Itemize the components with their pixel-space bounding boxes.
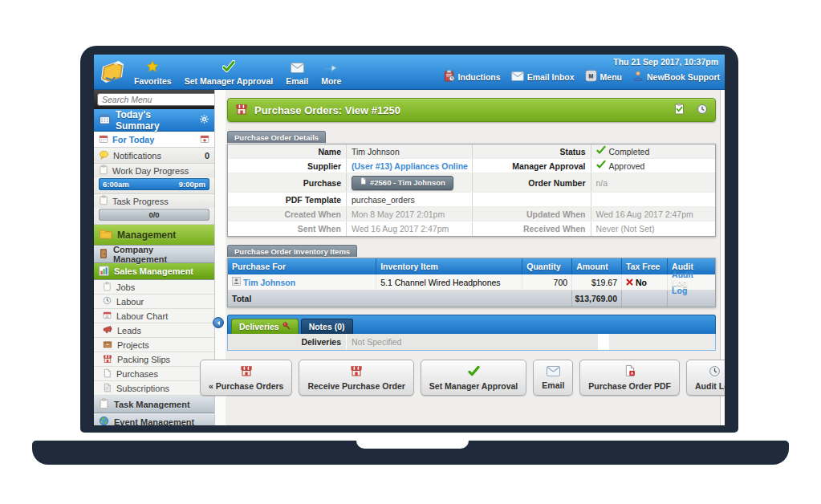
newbook-logo-icon[interactable] [98,57,128,91]
bar-chart-icon [99,266,109,278]
total-amount: $13,769.00 [572,291,622,307]
inventory-amount: $19.67 [572,274,622,290]
box-icon [103,339,112,350]
search-input[interactable] [97,93,217,106]
task-progress-bar: 0/0 [99,209,209,221]
set-manager-approval-button[interactable]: Set Manager Approval [421,360,526,396]
purchase-order-pdf-button[interactable]: A Purchase Order PDF [579,360,680,396]
back-purchase-orders-button[interactable]: « Purchase Orders [200,360,292,396]
sidebar-section-management[interactable]: Management [94,225,214,246]
tab-deliveries[interactable]: Deliveries [231,319,299,334]
updated-when-value: Wed 16 Aug 2017 2:47pm [591,207,716,221]
inventory-table-header: Purchase For Inventory Item Quantity Amo… [228,258,715,274]
inventory-table: Purchase For Inventory Item Quantity Amo… [227,258,716,307]
sidebar-item-leads[interactable]: Leads [94,323,214,338]
sidebar-item-projects[interactable]: Projects [94,338,214,352]
megaphone-icon [103,325,112,335]
work-day-end: 9:00pm [179,180,205,189]
door-icon [99,248,108,261]
document-lines-icon [103,383,112,394]
task-progress-value: 0/0 [148,210,159,219]
page-header-icons [674,103,708,117]
menu-key-icon: M [585,70,597,83]
menu-button[interactable]: M Menu [585,70,622,83]
inventory-item-name: 5.1 Channel Wired Headphones [376,274,522,290]
email-nav-button[interactable]: Email [286,63,308,86]
store-icon [350,364,363,379]
user-icon [232,274,241,291]
arrow-right-icon [324,62,338,75]
sidebar-section-sales-management[interactable]: Sales Management [94,263,214,280]
sidebar-item-labour-chart[interactable]: 31 Labour Chart [94,309,214,323]
clipboard-check-icon[interactable] [674,103,685,117]
todays-summary-header[interactable]: Today's Summary [94,109,214,132]
document-icon [103,368,112,380]
sidebar: Today's Summary For Today Notification [94,90,214,425]
sidebar-search [94,90,214,109]
set-manager-approval-nav-button[interactable]: Set Manager Approval [185,60,273,86]
sidebar-section-task-management[interactable]: Task Management [94,396,214,413]
sidebar-section-event-management[interactable]: Event Management [94,413,214,425]
deliveries-value: Not Specified [347,334,598,350]
email-button[interactable]: Email [533,360,573,396]
sidebar-section-company-management[interactable]: Company Management [94,246,214,263]
sidebar-item-jobs[interactable]: Jobs [94,280,214,295]
star-icon [146,60,159,75]
sent-when-value: Wed 16 Aug 2017 2:47pm [347,222,472,236]
calendar-red-icon [99,134,108,145]
pin-icon [282,320,291,334]
sidebar-item-purchases[interactable]: Purchases [94,367,214,381]
clipboard-icon [99,195,108,207]
newbook-support-button[interactable]: NewBook Support [632,70,720,83]
calendar-add-icon[interactable] [200,134,209,145]
check-icon [222,60,235,75]
sub-tabs-bar: Deliveries Notes (0) [227,315,716,334]
calendar-icon [99,113,111,128]
favorites-button[interactable]: Favorites [134,60,172,86]
sidebar-item-notifications[interactable]: Notifications 0 [94,148,214,164]
globe-icon [99,416,109,425]
purchase-link-button[interactable]: #2560 - Tim Johnson [352,176,453,190]
more-nav-button[interactable]: More [321,62,341,86]
purchase-for-link[interactable]: Tim Johnson [243,274,295,291]
gear-icon[interactable] [199,114,209,127]
svg-text:A: A [630,371,633,376]
sidebar-collapse-button[interactable] [213,317,224,328]
tab-notes[interactable]: Notes (0) [301,319,353,334]
email-inbox-button[interactable]: Email Inbox [511,71,575,83]
sidebar-item-subscriptions[interactable]: Subscriptions [94,381,214,396]
details-panel: NameTim Johnson Status Completed Supplie… [227,144,716,237]
page-header: Purchase Orders: View #1250 [227,98,716,122]
pdf-template-value: purchase_orders [347,193,472,206]
details-section-tab: Purchase Order Details [227,131,326,143]
laptop-base [32,441,789,465]
todays-summary-title: Today's Summary [116,109,194,132]
store-icon [103,354,112,365]
x-icon [626,274,633,291]
check-icon [596,159,606,173]
task-progress-bar-wrap: 0/0 [94,208,214,225]
main-content: Purchase Orders: View #1250 Purchase Ord… [226,90,720,425]
sidebar-item-for-today[interactable]: For Today [94,132,214,148]
inventory-row: Tim Johnson 5.1 Channel Wired Headphones… [228,274,715,291]
topbar-nav-right: Inductions Email Inbox M Menu [444,70,720,83]
topbar-nav-left: Favorites Set Manager Approval Email [134,60,341,86]
inventory-tax-free: No [622,274,668,290]
receive-purchase-order-button[interactable]: Receive Purchase Order [299,360,413,396]
inventory-quantity: 700 [522,274,572,290]
sidebar-item-task-progress[interactable]: Task Progress [94,194,214,208]
work-day-start: 6:00am [103,180,129,189]
clock-icon[interactable] [697,104,708,117]
audit-log-button[interactable]: Audit Log [686,360,725,396]
detail-status-value: Completed [591,144,716,158]
clipboard-icon [99,165,108,177]
sidebar-item-work-day-progress[interactable]: Work Day Progress [94,164,214,177]
inductions-button[interactable]: Inductions [444,70,501,83]
clipboard-icon [99,398,109,411]
inventory-section-tab: Purchase Order Inventory Items [227,245,357,257]
envelope-icon [547,366,560,378]
sidebar-item-packing-slips[interactable]: Packing Slips [94,352,214,367]
sidebar-item-labour[interactable]: Labour [94,295,214,309]
supplier-link[interactable]: (User #13) Appliances Online [352,159,468,173]
clock-icon [709,365,721,379]
